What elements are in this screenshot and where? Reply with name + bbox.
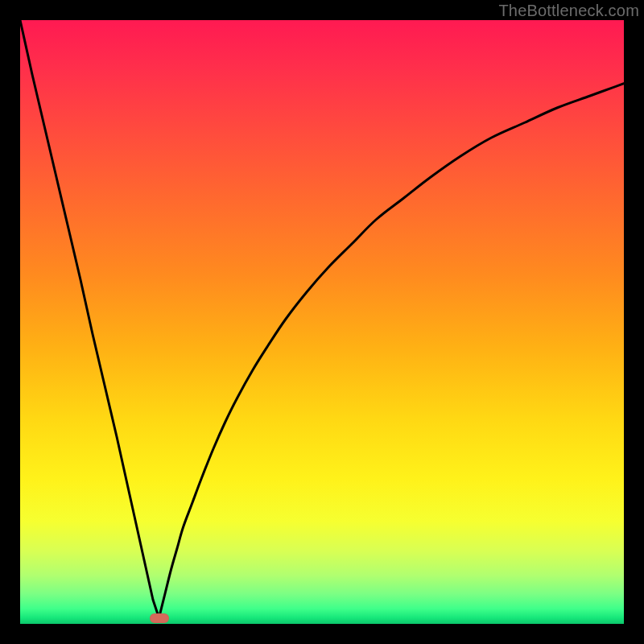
optimal-marker [150,613,169,623]
chart-frame: TheBottleneck.com [0,0,644,644]
bottleneck-curve [20,20,624,624]
watermark-text: TheBottleneck.com [498,2,639,20]
plot-area [20,20,624,624]
